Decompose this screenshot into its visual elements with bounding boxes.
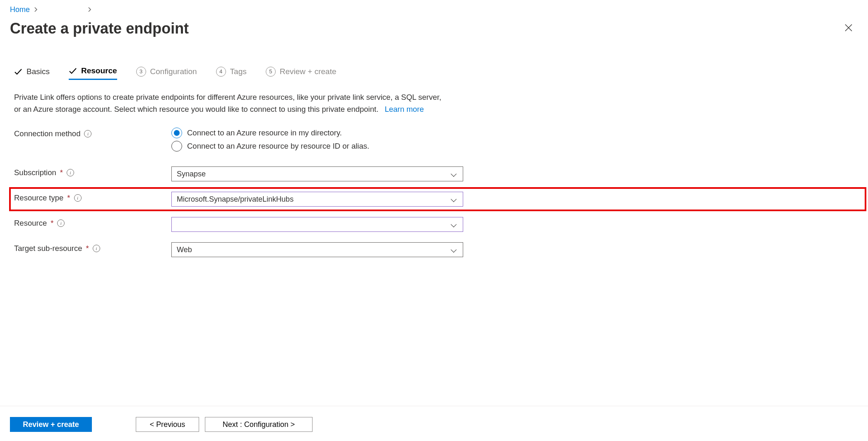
chevron-down-icon <box>450 220 459 229</box>
resource-label: Resource <box>14 219 47 228</box>
radio-selected-icon <box>171 128 182 138</box>
target-sub-resource-select[interactable]: Web <box>171 242 463 257</box>
chevron-down-icon <box>450 195 459 203</box>
radio-unselected-icon <box>171 141 182 152</box>
description-text: Private Link offers options to create pr… <box>14 92 503 115</box>
radio-id-label: Connect to an Azure resource by resource… <box>187 142 369 151</box>
tab-resource[interactable]: Resource <box>69 66 117 80</box>
tab-basics-label: Basics <box>26 67 50 76</box>
checkmark-icon <box>69 67 77 75</box>
target-sub-resource-label: Target sub-resource <box>14 244 82 253</box>
close-icon[interactable] <box>839 21 858 36</box>
tab-review[interactable]: 5 Review + create <box>266 67 337 80</box>
required-indicator: * <box>86 244 89 253</box>
tab-tags[interactable]: 4 Tags <box>216 67 247 80</box>
tab-review-label: Review + create <box>280 67 337 76</box>
required-indicator: * <box>60 168 63 177</box>
next-button[interactable]: Next : Configuration > <box>205 417 313 432</box>
info-icon[interactable] <box>67 169 74 176</box>
target-sub-resource-value: Web <box>177 246 192 254</box>
subscription-value: Synapse <box>177 170 206 178</box>
resource-type-select[interactable]: Microsoft.Synapse/privateLinkHubs <box>171 192 463 207</box>
connection-method-label: Connection method <box>14 129 80 138</box>
info-icon[interactable] <box>57 219 65 227</box>
subscription-select[interactable]: Synapse <box>171 166 463 181</box>
page-title: Create a private endpoint <box>10 20 189 37</box>
review-create-button[interactable]: Review + create <box>10 417 92 432</box>
tab-tags-label: Tags <box>230 67 247 76</box>
tab-resource-label: Resource <box>81 66 117 75</box>
radio-directory-label: Connect to an Azure resource in my direc… <box>187 128 342 137</box>
resource-type-value: Microsoft.Synapse/privateLinkHubs <box>177 195 293 204</box>
chevron-right-icon <box>88 7 92 13</box>
resource-type-label: Resource type <box>14 193 63 202</box>
breadcrumb-home[interactable]: Home <box>10 5 30 14</box>
connection-method-radio-directory[interactable]: Connect to an Azure resource in my direc… <box>171 128 463 138</box>
tab-configuration[interactable]: 3 Configuration <box>136 67 197 80</box>
info-icon[interactable] <box>84 130 91 137</box>
tab-step-number: 5 <box>266 67 276 77</box>
previous-button[interactable]: < Previous <box>136 417 199 432</box>
checkmark-icon <box>14 67 22 76</box>
footer-actions: Review + create < Previous Next : Config… <box>0 406 868 441</box>
required-indicator: * <box>50 219 53 228</box>
tab-step-number: 3 <box>136 67 146 77</box>
connection-method-radio-id[interactable]: Connect to an Azure resource by resource… <box>171 141 463 152</box>
tab-basics[interactable]: Basics <box>14 67 50 80</box>
tab-step-number: 4 <box>216 67 226 77</box>
info-icon[interactable] <box>74 194 82 202</box>
learn-more-link[interactable]: Learn more <box>385 105 424 113</box>
info-icon[interactable] <box>93 245 100 252</box>
chevron-down-icon <box>450 246 459 254</box>
chevron-down-icon <box>450 170 459 178</box>
chevron-right-icon <box>34 7 38 13</box>
subscription-label: Subscription <box>14 168 56 177</box>
required-indicator: * <box>67 193 70 202</box>
resource-select[interactable] <box>171 217 463 232</box>
wizard-tabs: Basics Resource 3 Configuration 4 Tags 5… <box>14 66 854 80</box>
breadcrumb: Home <box>0 0 868 14</box>
tab-configuration-label: Configuration <box>150 67 197 76</box>
